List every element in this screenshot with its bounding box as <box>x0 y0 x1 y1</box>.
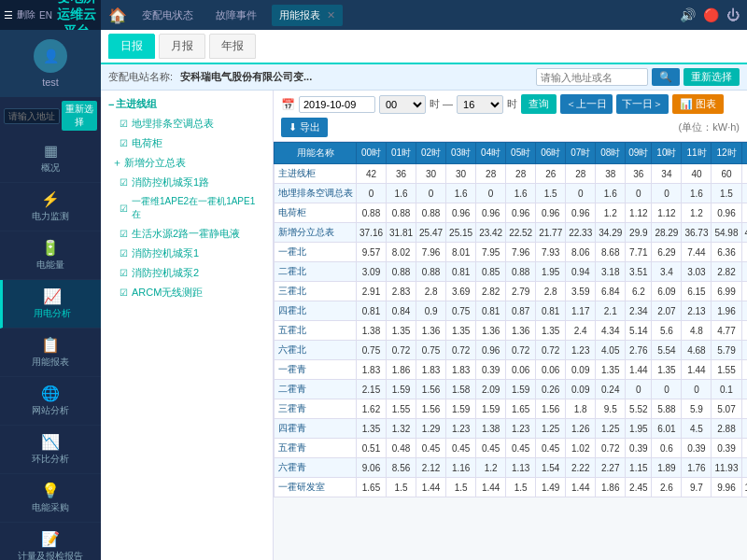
subtab-yearly[interactable]: 年报 <box>209 34 256 59</box>
row-1-col-8: 0 <box>566 184 596 203</box>
tree-item-4[interactable]: 一霍维1APE2在一霍机1APE1在 <box>105 192 269 224</box>
row-8-col-11: 5.6 <box>652 321 682 341</box>
lang-btn[interactable]: 删除 <box>17 8 35 21</box>
export-button[interactable]: ⬇ 导出 <box>281 118 328 137</box>
tab-close-icon[interactable]: ✕ <box>327 9 335 21</box>
sidebar-search-button[interactable]: 重新选择 <box>62 101 97 131</box>
tree-item-label-6: 消防控机城泵1 <box>132 246 199 260</box>
menu-icon[interactable]: ☰ <box>4 9 13 21</box>
table-row: 六霍北0.750.720.750.720.960.720.721.234.052… <box>275 341 748 360</box>
row-6-col-2: 2.83 <box>387 282 416 301</box>
sidebar-item-overview[interactable]: ▦ 概况 <box>0 134 101 183</box>
chart-button[interactable]: 📊 图表 <box>672 94 724 114</box>
sidebar-item-energy-report[interactable]: 📋 用能报表 <box>0 329 101 377</box>
tab-event[interactable]: 故障事件 <box>208 5 264 26</box>
row-7-col-1: 0.81 <box>357 301 387 321</box>
row-7-col-14: 2.16 <box>741 301 747 321</box>
row-11-col-13: 0.1 <box>712 380 741 399</box>
home-icon[interactable]: 🏠 <box>108 7 127 24</box>
row-5-col-8: 0.94 <box>566 262 596 282</box>
row-9-col-13: 5.79 <box>712 341 741 360</box>
row-1-col-7: 1.5 <box>536 184 566 203</box>
tree-section: − 主进线组 地埋排条空调总表 电荷柜 ＋ 新增分立总表 消防控机城泵1路 一霍 <box>101 91 273 306</box>
topbar-right-icons: 🔊 🔴 ⏻ <box>680 7 740 22</box>
sidebar-item-meter[interactable]: 💡 电能采购 <box>0 474 101 523</box>
row-6-col-11: 6.09 <box>652 282 682 301</box>
row-0-col-1: 42 <box>357 164 387 184</box>
station-search-input[interactable] <box>536 68 648 86</box>
row-13-col-10: 1.95 <box>626 419 652 439</box>
row-1-col-2: 1.6 <box>387 184 416 203</box>
tree-collapse-icon[interactable]: − <box>108 99 114 110</box>
row-10-col-4: 1.83 <box>446 360 476 380</box>
row-7-name: 四霍北 <box>275 301 357 321</box>
table-row: 一霍研发室1.651.51.441.51.441.51.491.441.862.… <box>275 478 748 497</box>
sidebar-item-network-analysis[interactable]: 🌐 网站分析 <box>0 377 101 426</box>
prev-day-button[interactable]: ＜上一日 <box>560 94 613 114</box>
row-3-col-6: 22.52 <box>506 223 536 243</box>
date-input[interactable] <box>299 96 375 113</box>
right-panel: 📅 0001061218 时 — 16121823 时 查询 ＜上一日 下一日＞… <box>274 91 747 560</box>
tree-item-8[interactable]: ARCM无线测距 <box>105 283 269 302</box>
next-day-button[interactable]: 下一日＞ <box>616 94 669 114</box>
row-3-col-2: 31.81 <box>387 223 416 243</box>
row-11-col-7: 0.26 <box>536 380 566 399</box>
station-search-btn[interactable]: 🔍 <box>652 68 680 86</box>
row-15-col-5: 1.2 <box>476 458 506 478</box>
hour-start-select[interactable]: 0001061218 <box>379 95 426 114</box>
alert-icon[interactable]: 🔴 <box>703 7 719 22</box>
energy-table: 用能名称00时01时02时03时04时05时06时07时08时09时10时11时… <box>274 142 747 497</box>
row-1-col-12: 1.6 <box>682 184 712 203</box>
tab-status[interactable]: 变配电状态 <box>134 5 201 26</box>
row-15-col-14: 3.69 <box>741 458 747 478</box>
subtab-monthly[interactable]: 月报 <box>159 34 205 59</box>
subtab-daily[interactable]: 日报 <box>108 34 155 59</box>
avatar: 👤 <box>34 39 67 73</box>
row-2-name: 电荷柜 <box>275 203 357 223</box>
row-2-col-11: 1.12 <box>652 203 682 223</box>
row-16-col-10: 2.45 <box>626 478 652 497</box>
sidebar-item-electric-quantity[interactable]: 🔋 电能量 <box>0 231 101 280</box>
row-15-col-11: 1.89 <box>652 458 682 478</box>
tree-item-label-0: 地埋排条空调总表 <box>132 117 214 131</box>
sidebar-search-input[interactable] <box>4 108 60 124</box>
tree-item-label-5: 生活水源2路一霍静电液 <box>132 227 240 241</box>
tree-add-item[interactable]: ＋ 新增分立总表 <box>105 153 269 173</box>
row-6-col-8: 3.59 <box>566 282 596 301</box>
station-reselect-btn[interactable]: 重新选择 <box>684 68 740 86</box>
tab-energy[interactable]: 用能报表 ✕ <box>272 5 343 26</box>
row-5-col-9: 3.18 <box>596 262 626 282</box>
row-13-col-9: 1.25 <box>596 419 626 439</box>
search-button[interactable]: 查询 <box>521 94 557 114</box>
row-4-col-13: 6.36 <box>712 243 741 262</box>
lang-en[interactable]: EN <box>39 10 52 21</box>
sidebar-item-power-monitor[interactable]: ⚡ 电力监测 <box>0 183 101 231</box>
tree-item-7[interactable]: 消防控机城泵2 <box>105 263 269 283</box>
row-13-name: 四霍青 <box>275 419 357 439</box>
row-2-col-3: 0.88 <box>416 203 446 223</box>
volume-icon[interactable]: 🔊 <box>680 7 696 22</box>
tree-item-1[interactable]: 电荷柜 <box>105 133 269 153</box>
row-7-col-2: 0.84 <box>387 301 416 321</box>
power-off-icon[interactable]: ⏻ <box>726 7 740 22</box>
tree-item-5[interactable]: 生活水源2路一霍静电液 <box>105 224 269 244</box>
row-15-col-10: 1.15 <box>626 458 652 478</box>
row-15-col-7: 1.54 <box>536 458 566 478</box>
tree-item-0[interactable]: 地埋排条空调总表 <box>105 114 269 133</box>
overview-icon: ▦ <box>44 142 58 160</box>
row-10-col-8: 0.09 <box>566 360 596 380</box>
row-7-col-6: 0.87 <box>506 301 536 321</box>
row-16-col-13: 9.96 <box>712 478 741 497</box>
sidebar-item-energy-analysis[interactable]: 📈 用电分析 <box>0 280 101 329</box>
sidebar-item-measurement[interactable]: 📝 计量及报检报告 <box>0 523 101 560</box>
row-8-col-5: 1.36 <box>476 321 506 341</box>
tree-item-3[interactable]: 消防控机城泵1路 <box>105 173 269 192</box>
row-5-col-4: 0.81 <box>446 262 476 282</box>
row-9-col-11: 5.54 <box>652 341 682 360</box>
hour-end-select[interactable]: 16121823 <box>457 95 503 114</box>
sidebar-item-compare[interactable]: 📉 环比分析 <box>0 426 101 474</box>
tree-item-6[interactable]: 消防控机城泵1 <box>105 244 269 263</box>
network-icon: 🌐 <box>41 385 60 402</box>
row-6-col-7: 2.8 <box>536 282 566 301</box>
row-15-col-12: 1.76 <box>682 458 712 478</box>
